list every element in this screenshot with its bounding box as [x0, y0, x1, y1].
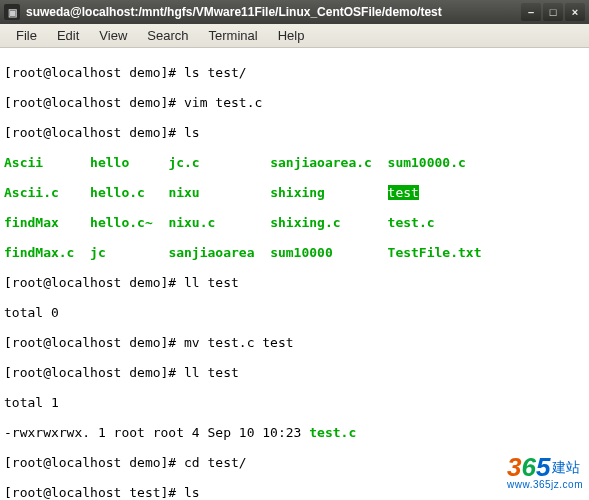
file: findMax.c	[4, 245, 74, 260]
output: -rwxrwxrwx. 1 root root 4 Sep 10 10:23	[4, 425, 309, 440]
window-title: suweda@localhost:/mnt/hgfs/VMware11File/…	[26, 5, 521, 19]
cmd: ll test	[176, 365, 239, 380]
file: Ascii.c	[4, 185, 59, 200]
file: shixing	[270, 185, 325, 200]
file: findMax	[4, 215, 59, 230]
output: total 0	[4, 305, 59, 320]
file: jc.c	[168, 155, 199, 170]
menu-file[interactable]: File	[6, 26, 47, 45]
prompt: [root@localhost demo]#	[4, 65, 176, 80]
file-selected: test	[388, 185, 419, 200]
minimize-button[interactable]: –	[521, 3, 541, 21]
menu-search[interactable]: Search	[137, 26, 198, 45]
file: nixu	[168, 185, 199, 200]
window-controls: – □ ×	[521, 3, 585, 21]
file: hello.c~	[90, 215, 153, 230]
prompt: [root@localhost demo]#	[4, 365, 176, 380]
file: jc	[90, 245, 106, 260]
terminal-output[interactable]: [root@localhost demo]# ls test/ [root@lo…	[0, 48, 589, 500]
prompt: [root@localhost demo]#	[4, 275, 176, 290]
prompt: [root@localhost demo]#	[4, 125, 176, 140]
close-button[interactable]: ×	[565, 3, 585, 21]
output: total 1	[4, 395, 59, 410]
file: sum10000.c	[388, 155, 466, 170]
cmd: ll test	[176, 275, 239, 290]
file: hello.c	[90, 185, 145, 200]
menu-terminal[interactable]: Terminal	[199, 26, 268, 45]
prompt: [root@localhost test]#	[4, 485, 176, 500]
terminal-icon: ▣	[4, 4, 20, 20]
file: sanjiaoarea	[168, 245, 254, 260]
file: test.c	[309, 425, 356, 440]
file: TestFile.txt	[388, 245, 482, 260]
cmd: ls test/	[176, 65, 246, 80]
cmd: ls	[176, 485, 199, 500]
cmd: cd test/	[176, 455, 246, 470]
menu-edit[interactable]: Edit	[47, 26, 89, 45]
window-titlebar: ▣ suweda@localhost:/mnt/hgfs/VMware11Fil…	[0, 0, 589, 24]
file: test.c	[388, 215, 435, 230]
file: Ascii	[4, 155, 43, 170]
cmd: mv test.c test	[176, 335, 293, 350]
prompt: [root@localhost demo]#	[4, 455, 176, 470]
file: hello	[90, 155, 129, 170]
cmd: ls	[176, 125, 199, 140]
menu-view[interactable]: View	[89, 26, 137, 45]
maximize-button[interactable]: □	[543, 3, 563, 21]
file: nixu.c	[168, 215, 215, 230]
menu-help[interactable]: Help	[268, 26, 315, 45]
file: shixing.c	[270, 215, 340, 230]
cmd: vim test.c	[176, 95, 262, 110]
prompt: [root@localhost demo]#	[4, 95, 176, 110]
file: sum10000	[270, 245, 333, 260]
prompt: [root@localhost demo]#	[4, 335, 176, 350]
file: sanjiaoarea.c	[270, 155, 372, 170]
menubar: File Edit View Search Terminal Help	[0, 24, 589, 48]
